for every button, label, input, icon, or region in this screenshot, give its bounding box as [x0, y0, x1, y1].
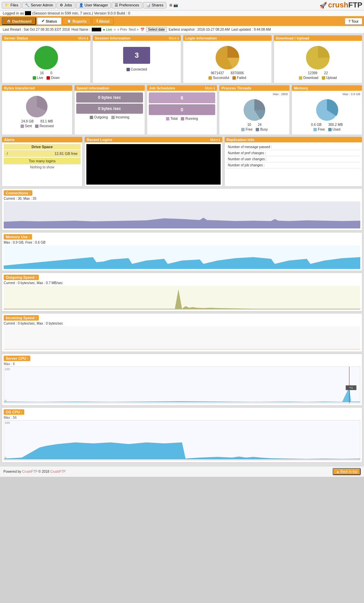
login-bar: Logged in as (Session timeout in 599 min…	[0, 10, 364, 16]
app-logo: 🚀 crushFTP	[319, 1, 362, 9]
bytes-transferred-widget: Bytes transferred 24.8 GB 83.1 MB Sent R…	[2, 85, 73, 135]
login-info-title: Login Information	[183, 35, 272, 41]
memory-use-chart	[4, 245, 360, 269]
process-threads-widget: Process Threads Max : 2800 10 24 Free Bu…	[219, 85, 290, 135]
server-status-more[interactable]: More ℹ	[78, 36, 88, 40]
nothing-to-show: Nothing to show	[4, 165, 81, 169]
widget-row-1: Server Status More ℹ 16 0 Live Down	[2, 35, 362, 83]
memory-max: Max : 0.9 GB	[293, 92, 360, 96]
memory-subtitle: Max : 0.9 GB, Free : 0.6 GB	[4, 241, 360, 244]
incoming-chart	[4, 326, 360, 350]
os-cpu-svg	[4, 420, 360, 461]
svg-marker-8	[4, 289, 360, 309]
memory-use-label: Memory Use :	[4, 234, 32, 240]
main-content: Server Status More ℹ 16 0 Live Down	[0, 33, 364, 466]
server-cpu-chart: 100 0 +1	[4, 366, 360, 404]
drive-space-label: Drive Space	[4, 144, 81, 149]
nav-jobs[interactable]: ⚙ Jobs	[57, 2, 75, 8]
bytes-pie	[24, 94, 50, 119]
os-cpu-chart: 100 0	[4, 420, 360, 461]
outgoing-subtitle: Current : 0 bytes/sec, Max : 0.7 MB/sec	[4, 281, 360, 285]
info-bar: Last Restart : Sat Oct 27 08:30:35 EDT 2…	[0, 26, 364, 33]
pref-changes-row: Number of pref changes :	[226, 150, 361, 156]
tab-reports[interactable]: 📋 Reports	[62, 18, 91, 25]
memory-chart-section: Memory Use : Max : 0.9 GB, Free : 0.6 GB	[2, 232, 362, 271]
process-threads-title: Process Threads	[219, 85, 289, 91]
nav-preferences[interactable]: ☰ Preferences	[112, 2, 142, 8]
footer: Powered by CrushFTP © 2018 CrushFTP ▲ Ba…	[0, 466, 364, 477]
job-schedules-more[interactable]: More ℹ	[205, 86, 215, 90]
memory-widget: Memory Max : 0.9 GB 0.6 GB 300.2 MB Free…	[291, 85, 362, 135]
outgoing-speed-section: Outgoing Speed : Current : 0 bytes/sec, …	[2, 273, 362, 311]
replication-info-title: Replication Info	[225, 137, 362, 142]
server-cpu-label: Server CPU :	[4, 356, 30, 361]
select-date-button[interactable]: Select date	[146, 27, 167, 32]
job-changes-row: Number of job changes :	[226, 162, 361, 168]
tab-bar: 🏠 Dashboard ✔ Status 📋 Reports ℹ About ?…	[0, 16, 364, 26]
incoming-subtitle: Current : 0 bytes/sec, Max : 0 bytes/sec	[4, 322, 360, 325]
outgoing-speed-label: Outgoing Speed :	[4, 275, 39, 280]
os-cpu-max: Max : 56	[4, 416, 360, 419]
tab-about[interactable]: ℹ About	[92, 18, 114, 25]
incoming-speed-label: Incoming Speed :	[4, 315, 39, 321]
replication-info-widget: Replication Info Number of message passe…	[224, 137, 363, 187]
nav-server-admin[interactable]: 🔧 Server Admin	[22, 2, 56, 8]
svg-marker-7	[4, 257, 360, 269]
too-many-logins: Too many logins	[4, 158, 81, 164]
connections-subtitle: Current : 30, Max : 35	[4, 197, 360, 200]
nav-files[interactable]: 📁 Files	[2, 2, 21, 8]
connections-label: Connections :	[4, 190, 32, 196]
incoming-speed-section: Incoming Speed : Current : 0 bytes/sec, …	[2, 313, 362, 352]
footer-crushftp-link-1[interactable]: CrushFTP	[22, 470, 37, 473]
hostname-redacted	[92, 28, 101, 31]
login-info-pie	[214, 44, 241, 71]
connections-chart	[4, 201, 360, 228]
server-cpu-max: Max : 6	[4, 362, 360, 366]
session-info-more[interactable]: More ℹ	[169, 36, 179, 40]
tab-dashboard[interactable]: 🏠 Dashboard	[2, 17, 36, 25]
bytes-transferred-title: Bytes transferred	[2, 85, 72, 91]
job-schedules-widget: Job Schedules More ℹ 6 0 Total Running	[147, 85, 218, 135]
recent-logins-more[interactable]: More ℹ	[210, 138, 220, 142]
server-status-pie-container: 16 0 Live Down	[4, 43, 89, 81]
download-upload-pie	[304, 44, 331, 71]
footer-crushftp-link-2[interactable]: CrushFTP	[50, 470, 66, 473]
os-cpu-label: OS CPU :	[4, 409, 24, 415]
speed-info-title: Speed information	[75, 85, 145, 91]
recent-logins-box	[86, 144, 221, 185]
server-cpu-section: Server CPU : Max : 6 100 0 +1	[2, 354, 362, 406]
speed-info-widget: Speed information 0 bytes /sec 0 bytes /…	[74, 85, 145, 135]
nav-shares[interactable]: 📊 Shares	[143, 2, 167, 8]
top-nav: 📁 Files 🔧 Server Admin ⚙ Jobs 👤 User Man…	[0, 0, 364, 10]
recent-logins-title: Recent Logins More ℹ	[85, 137, 222, 142]
speed-incoming: 0 bytes /sec	[76, 104, 143, 114]
widget-row-3: Alerts Drive Space / 12.81 GB free Too m…	[2, 137, 362, 187]
tab-status[interactable]: ✔ Status	[37, 18, 61, 25]
memory-chart-svg	[4, 245, 360, 269]
tour-button[interactable]: ? Tour	[345, 18, 362, 25]
connections-chart-section: Connections : Current : 30, Max : 35	[2, 188, 362, 230]
svg-text:+1: +1	[349, 386, 353, 389]
server-status-title: Server Status More ℹ	[2, 35, 90, 41]
download-upload-widget: Download / Upload 12399 22 Download Uplo…	[274, 35, 363, 83]
alerts-widget: Alerts Drive Space / 12.81 GB free Too m…	[2, 137, 83, 187]
memory-title: Memory	[292, 85, 362, 91]
threads-pie	[242, 98, 267, 123]
speed-outgoing: 0 bytes /sec	[76, 92, 143, 103]
svg-marker-11	[4, 387, 360, 402]
incoming-chart-svg	[4, 326, 360, 350]
connections-chart-svg	[4, 201, 360, 228]
memory-pie	[314, 98, 340, 123]
outgoing-chart-svg	[4, 286, 360, 309]
back-to-top-button[interactable]: ▲ Back to top	[333, 468, 361, 475]
os-cpu-section: OS CPU : Max : 56 100 0	[2, 407, 362, 463]
messages-passed-row: Number of message passed :	[226, 144, 361, 150]
svg-marker-16	[4, 442, 360, 459]
server-status-widget: Server Status More ℹ 16 0 Live Down	[2, 35, 91, 83]
session-info-title: Session Information More ℹ	[93, 35, 181, 41]
session-count: 3	[123, 47, 150, 64]
outgoing-chart	[4, 286, 360, 309]
login-info-widget: Login Information 9671437 8370006 Succes…	[183, 35, 272, 83]
widget-row-2: Bytes transferred 24.8 GB 83.1 MB Sent R…	[2, 85, 362, 135]
nav-user-manager[interactable]: 👤 User Manager	[76, 2, 111, 8]
